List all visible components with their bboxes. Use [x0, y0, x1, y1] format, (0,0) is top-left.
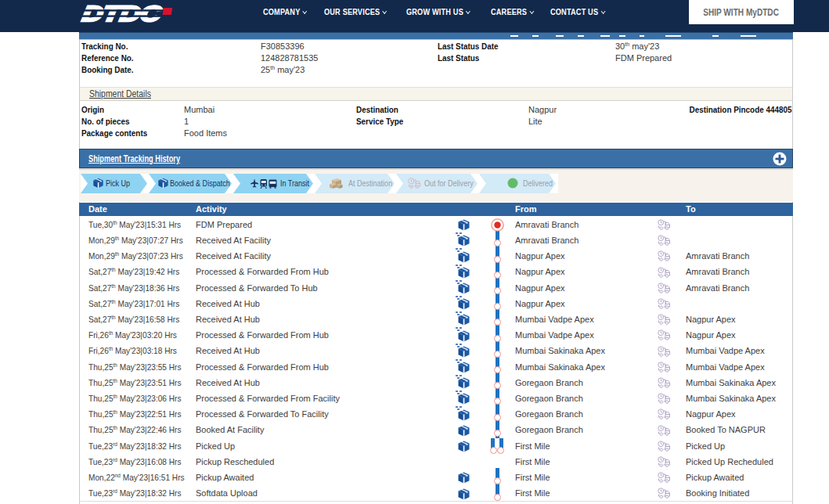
svg-text:DTDC: DTDC [81, 2, 164, 23]
